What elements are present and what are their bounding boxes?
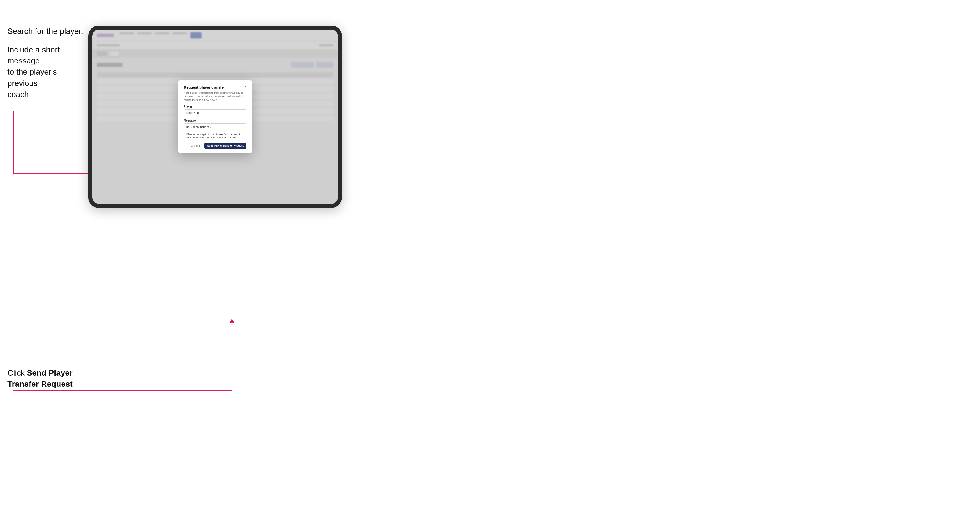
- message-textarea[interactable]: Hi Coach McHarg, Please accept this tran…: [184, 123, 247, 138]
- player-field-label: Player: [184, 105, 247, 108]
- arrow-click-vertical: [232, 322, 232, 390]
- modal-description: If the player is transferring from anoth…: [184, 91, 247, 102]
- cancel-button[interactable]: Cancel: [189, 143, 202, 149]
- modal-close-button[interactable]: ×: [243, 84, 248, 89]
- annotation-message-text: Include a short message to the player's …: [7, 44, 81, 100]
- modal-title: Request player transfer: [184, 85, 247, 89]
- tablet-screen: × Request player transfer If the player …: [92, 30, 338, 204]
- tablet-device: × Request player transfer If the player …: [88, 25, 342, 208]
- modal-dialog: × Request player transfer If the player …: [178, 80, 252, 154]
- arrow-search-vertical: [13, 111, 14, 174]
- player-input[interactable]: [184, 110, 247, 116]
- message-field-label: Message: [184, 119, 247, 122]
- modal-footer: Cancel Send Player Transfer Request: [184, 143, 247, 149]
- arrow-click-tip: [229, 319, 235, 324]
- send-transfer-request-button[interactable]: Send Player Transfer Request: [204, 143, 247, 149]
- annotation-click-text: Click Send Player Transfer Request: [7, 367, 73, 389]
- arrow-click-horizontal: [13, 390, 232, 390]
- annotation-search-text: Search for the player.: [7, 25, 83, 37]
- modal-overlay: × Request player transfer If the player …: [92, 30, 338, 204]
